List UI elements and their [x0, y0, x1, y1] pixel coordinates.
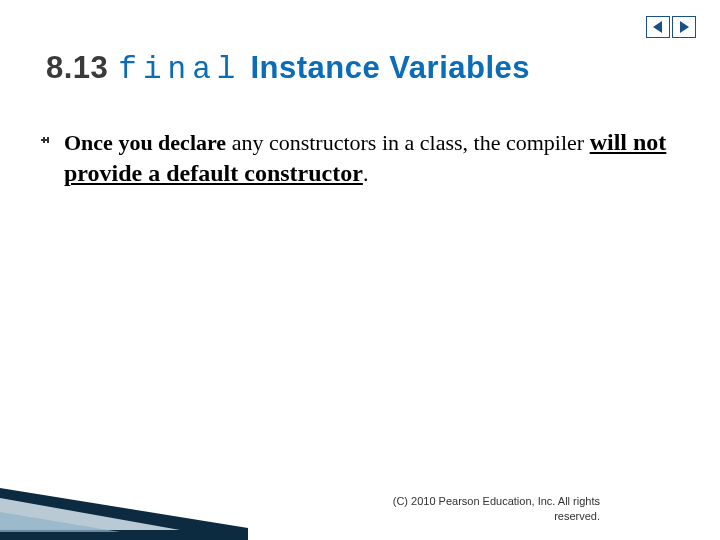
- svg-marker-0: [653, 21, 662, 33]
- bullet-glyph-icon: [40, 127, 52, 155]
- next-slide-button[interactable]: [672, 16, 696, 38]
- bullet-mid: any constructors in a class, the compile…: [226, 130, 590, 155]
- triangle-right-icon: [677, 20, 691, 34]
- copyright-text: (C) 2010 Pearson Education, Inc. All rig…: [360, 494, 600, 524]
- slide-title: 8.13final Instance Variables: [0, 0, 720, 87]
- footer-decoration-icon: [0, 488, 248, 540]
- bullet-text: Once you declare any constructors in a c…: [64, 127, 670, 189]
- bullet-tail: .: [363, 161, 369, 186]
- triangle-left-icon: [651, 20, 665, 34]
- prev-slide-button[interactable]: [646, 16, 670, 38]
- title-keyword: final: [118, 52, 241, 87]
- title-rest: Instance Variables: [250, 50, 530, 85]
- bullet-lead: Once you declare: [64, 130, 226, 155]
- svg-marker-1: [680, 21, 689, 33]
- bullet-item: Once you declare any constructors in a c…: [40, 127, 670, 189]
- section-number: 8.13: [46, 50, 108, 85]
